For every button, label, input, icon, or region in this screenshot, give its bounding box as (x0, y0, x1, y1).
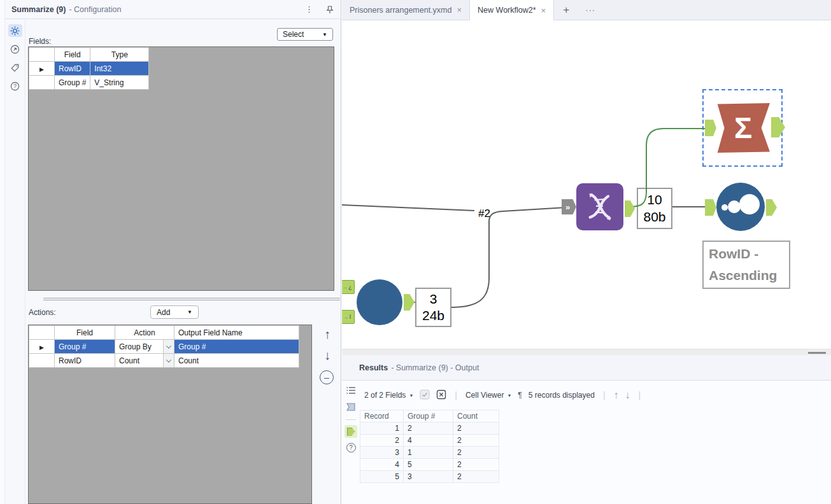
fields-table-header: Field Type (29, 48, 149, 62)
cell-viewer-dropdown[interactable]: Cell Viewer ▼ (465, 391, 511, 400)
svg-text:?: ? (13, 83, 17, 89)
new-tab-button[interactable]: + (554, 0, 578, 20)
actions-row-count[interactable]: RowID Count Count (29, 354, 299, 368)
uncheck-box-icon[interactable] (436, 389, 446, 402)
group-cell[interactable]: 1 (404, 447, 453, 459)
input-anchor-bottom[interactable]: → l (342, 310, 355, 324)
output-anchor[interactable] (771, 117, 785, 137)
scroll-up-icon[interactable]: ↑ (614, 389, 619, 401)
dna-helix-tool[interactable] (576, 183, 623, 230)
sort-annotation[interactable]: RowID - Ascending (702, 241, 790, 289)
table-row[interactable]: 4 5 2 (360, 459, 499, 471)
output-anchor[interactable] (766, 199, 777, 216)
tab-new-workflow2[interactable]: New Workflow2* × (469, 0, 554, 20)
select-dropdown[interactable]: Select ▼ (277, 28, 333, 41)
group-cell[interactable]: 4 (404, 435, 453, 447)
help-icon[interactable]: ? (8, 80, 22, 92)
close-tab-icon[interactable]: × (457, 5, 462, 15)
pilcrow-icon[interactable]: ¶ (518, 391, 522, 400)
data-banner-icon[interactable] (346, 402, 356, 414)
add-dropdown[interactable]: Add ▼ (150, 305, 199, 319)
table-row[interactable]: 3 1 2 (360, 447, 499, 459)
fields-row-rowid[interactable]: ▶ RowID Int32 (29, 62, 149, 76)
annotation-line: Ascending (709, 265, 777, 286)
count-cell[interactable]: 2 (453, 423, 499, 435)
gear-icon[interactable] (8, 24, 22, 37)
move-up-button[interactable]: ↑ (317, 325, 337, 343)
record-cell[interactable]: 5 (360, 471, 404, 483)
blue-circle-tool[interactable] (357, 279, 402, 325)
actions-row-groupby[interactable]: ▶ Group # Group By Group # (29, 340, 299, 354)
record-cell[interactable]: 2 (360, 435, 404, 447)
count-cell[interactable]: 2 (453, 447, 499, 459)
connection-label[interactable]: #2 (478, 207, 490, 220)
action-output-cell[interactable]: Group # (174, 340, 299, 354)
section-splitter[interactable] (43, 298, 340, 300)
count-cell[interactable]: 2 (453, 471, 499, 483)
workflow-tabbar: Prisoners arrangement.yxmd × New Workflo… (342, 0, 831, 20)
fields-header-field[interactable]: Field (55, 48, 90, 62)
kebab-menu-icon[interactable]: ⋮ (303, 4, 315, 14)
input-anchor[interactable] (705, 199, 716, 216)
fields-row-group[interactable]: Group # V_String (29, 76, 149, 90)
move-down-button[interactable]: ↓ (317, 346, 337, 364)
close-tab-icon[interactable]: × (541, 6, 546, 15)
fields-header-type[interactable]: Type (90, 48, 149, 62)
results-header-group[interactable]: Group # (404, 410, 453, 423)
actions-header-field[interactable]: Field (55, 326, 115, 340)
workflow-canvas[interactable]: 3 24b 10 80b RowID - Ascending #2 → (342, 20, 831, 349)
config-tool-title: Summarize (9) (11, 5, 66, 14)
action-output-cell[interactable]: Count (174, 354, 299, 368)
action-field-cell[interactable]: Group # (55, 340, 115, 354)
tag-icon[interactable] (8, 61, 22, 74)
record-cell[interactable]: 3 (360, 447, 404, 459)
sigma-icon: Σ (734, 113, 752, 143)
action-combo-value[interactable]: Group By (115, 342, 163, 351)
remove-action-button[interactable]: – (320, 370, 334, 384)
fields-filter-dropdown[interactable]: 2 of 2 Fields ▼ (364, 391, 413, 400)
group-cell[interactable]: 5 (404, 459, 453, 471)
anchor-arrow-icon: → (343, 314, 348, 320)
checkbox-icon[interactable] (420, 389, 430, 402)
record-cell[interactable]: 4 (360, 459, 404, 471)
output-anchor-icon[interactable] (344, 425, 357, 438)
scroll-down-icon[interactable]: ↓ (625, 389, 630, 401)
field-type-cell[interactable]: V_String (90, 76, 149, 90)
pin-icon[interactable] (325, 5, 334, 14)
action-field-cell[interactable]: RowID (55, 354, 115, 368)
actions-header-output[interactable]: Output Field Name (174, 326, 299, 340)
annotation-record-count[interactable]: 10 80b (637, 188, 672, 229)
field-name-cell[interactable]: Group # (55, 76, 90, 90)
sort-tool[interactable] (716, 183, 765, 231)
row-selector-icon: ▶ (39, 66, 44, 73)
table-row[interactable]: 2 4 2 (360, 435, 499, 447)
open-external-icon[interactable] (8, 43, 22, 55)
table-row[interactable]: 5 3 2 (360, 471, 499, 483)
results-splitter[interactable] (342, 349, 831, 355)
field-type-cell[interactable]: Int32 (90, 62, 149, 76)
record-cell[interactable]: 1 (360, 423, 404, 435)
annotation-record-count[interactable]: 3 24b (415, 288, 451, 327)
table-row[interactable]: 1 2 2 (360, 423, 499, 435)
group-cell[interactable]: 2 (404, 423, 453, 435)
metadata-list-icon[interactable] (346, 386, 356, 397)
multi-input-anchor[interactable]: » (562, 199, 576, 214)
group-cell[interactable]: 3 (404, 471, 453, 483)
actions-header-action[interactable]: Action (115, 326, 174, 340)
output-anchor[interactable] (625, 200, 635, 217)
results-header-count[interactable]: Count (453, 410, 499, 423)
more-tabs-button[interactable]: ··· (578, 0, 602, 20)
input-anchor-top[interactable]: → ¿ (342, 280, 355, 294)
results-icon-strip: ? (342, 381, 360, 504)
combo-chevron-icon[interactable] (163, 340, 174, 353)
results-header-record[interactable]: Record (360, 410, 404, 423)
count-cell[interactable]: 2 (453, 459, 499, 471)
field-name-cell[interactable]: RowID (55, 62, 90, 76)
output-anchor[interactable] (404, 294, 415, 311)
splitter-grip[interactable] (808, 352, 826, 354)
help-icon[interactable]: ? (346, 443, 356, 452)
tab-prisoners-arrangement[interactable]: Prisoners arrangement.yxmd × (342, 0, 469, 20)
combo-chevron-icon[interactable] (163, 354, 174, 367)
action-combo-value[interactable]: Count (115, 356, 163, 365)
count-cell[interactable]: 2 (453, 435, 499, 447)
